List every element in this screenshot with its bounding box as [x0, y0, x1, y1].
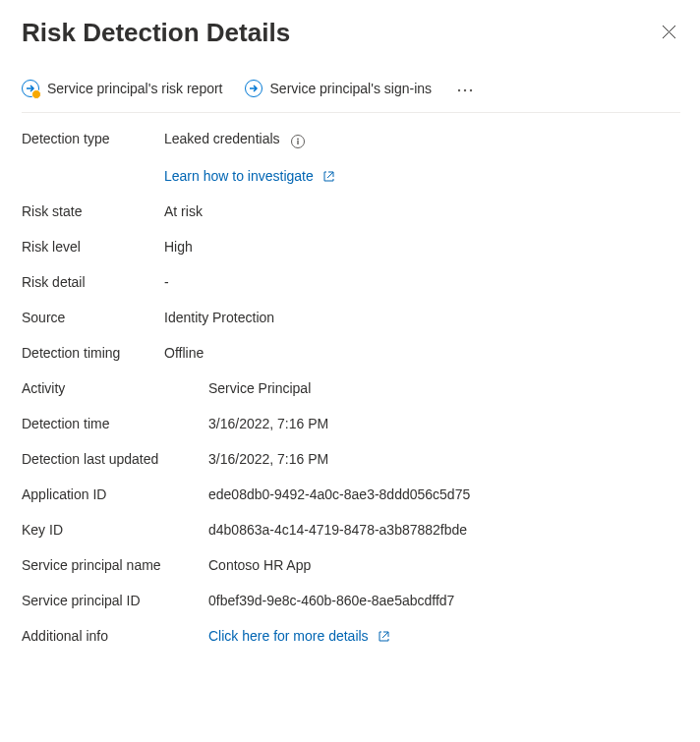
page-title: Risk Detection Details — [22, 18, 290, 48]
label-detection-type: Detection type — [22, 131, 164, 146]
value-detection-time: 3/16/2022, 7:16 PM — [208, 416, 328, 431]
close-icon — [662, 25, 676, 39]
label-activity: Activity — [22, 380, 208, 396]
header: Risk Detection Details — [22, 18, 680, 48]
value-application-id: ede08db0-9492-4a0c-8ae3-8ddd056c5d75 — [208, 486, 470, 502]
row-service-principal-id: Service principal ID 0fbef39d-9e8c-460b-… — [22, 593, 680, 608]
svg-rect-4 — [298, 141, 299, 144]
value-risk-state: At risk — [164, 203, 203, 219]
row-service-principal-name: Service principal name Contoso HR App — [22, 557, 680, 573]
ellipsis-icon — [457, 88, 473, 92]
risk-report-icon — [22, 80, 39, 97]
value-risk-level: High — [164, 239, 193, 255]
svg-point-0 — [458, 89, 460, 91]
row-key-id: Key ID d4b0863a-4c14-4719-8478-a3b87882f… — [22, 522, 680, 538]
signins-icon — [245, 80, 262, 97]
value-detection-last-updated: 3/16/2022, 7:16 PM — [208, 451, 328, 467]
more-actions-button[interactable] — [453, 78, 477, 98]
learn-investigate-link[interactable]: Learn how to investigate — [164, 168, 334, 184]
learn-investigate-text: Learn how to investigate — [164, 168, 314, 184]
row-investigate-link: Learn how to investigate — [22, 168, 680, 184]
value-detection-type: Leaked credentials — [164, 131, 305, 148]
info-icon[interactable] — [291, 135, 305, 148]
label-risk-detail: Risk detail — [22, 274, 164, 290]
label-service-principal-name: Service principal name — [22, 557, 208, 573]
value-key-id: d4b0863a-4c14-4719-8478-a3b87882fbde — [208, 522, 467, 538]
svg-point-3 — [298, 139, 300, 141]
toolbar: Service principal's risk report Service … — [22, 78, 680, 113]
row-application-id: Application ID ede08db0-9492-4a0c-8ae3-8… — [22, 486, 680, 502]
label-source: Source — [22, 310, 164, 325]
value-detection-timing: Offline — [164, 345, 204, 361]
close-button[interactable] — [658, 21, 680, 46]
label-detection-time: Detection time — [22, 416, 208, 431]
label-risk-level: Risk level — [22, 239, 164, 255]
row-additional-info: Additional info Click here for more deta… — [22, 628, 680, 644]
risk-report-label: Service principal's risk report — [47, 81, 223, 96]
label-key-id: Key ID — [22, 522, 208, 538]
value-service-principal-name: Contoso HR App — [208, 557, 311, 573]
label-additional-info: Additional info — [22, 628, 208, 644]
row-detection-last-updated: Detection last updated 3/16/2022, 7:16 P… — [22, 451, 680, 467]
row-detection-time: Detection time 3/16/2022, 7:16 PM — [22, 416, 680, 431]
additional-info-link[interactable]: Click here for more details — [208, 628, 389, 644]
value-risk-detail: - — [164, 274, 169, 290]
row-detection-type: Detection type Leaked credentials — [22, 131, 680, 148]
additional-info-text: Click here for more details — [208, 628, 369, 644]
label-risk-state: Risk state — [22, 203, 164, 219]
row-source: Source Identity Protection — [22, 310, 680, 325]
row-risk-level: Risk level High — [22, 239, 680, 255]
value-source: Identity Protection — [164, 310, 274, 325]
svg-point-1 — [464, 89, 466, 91]
external-link-icon — [379, 631, 389, 642]
risk-detection-details-panel: Risk Detection Details Service principal… — [0, 0, 700, 683]
warning-badge-icon — [31, 89, 41, 99]
signins-link[interactable]: Service principal's sign-ins — [245, 80, 433, 97]
row-activity: Activity Service Principal — [22, 380, 680, 396]
risk-report-link[interactable]: Service principal's risk report — [22, 80, 223, 97]
row-risk-state: Risk state At risk — [22, 203, 680, 219]
value-detection-type-text: Leaked credentials — [164, 131, 280, 146]
row-risk-detail: Risk detail - — [22, 274, 680, 290]
value-service-principal-id: 0fbef39d-9e8c-460b-860e-8ae5abcdffd7 — [208, 593, 454, 608]
label-detection-last-updated: Detection last updated — [22, 451, 208, 467]
external-link-icon — [323, 171, 334, 182]
svg-point-2 — [470, 89, 472, 91]
row-detection-timing: Detection timing Offline — [22, 345, 680, 361]
label-service-principal-id: Service principal ID — [22, 593, 208, 608]
signins-label: Service principal's sign-ins — [270, 81, 433, 96]
label-detection-timing: Detection timing — [22, 345, 164, 361]
label-application-id: Application ID — [22, 486, 208, 502]
details-list: Detection type Leaked credentials Learn … — [22, 131, 680, 644]
value-activity: Service Principal — [208, 380, 311, 396]
